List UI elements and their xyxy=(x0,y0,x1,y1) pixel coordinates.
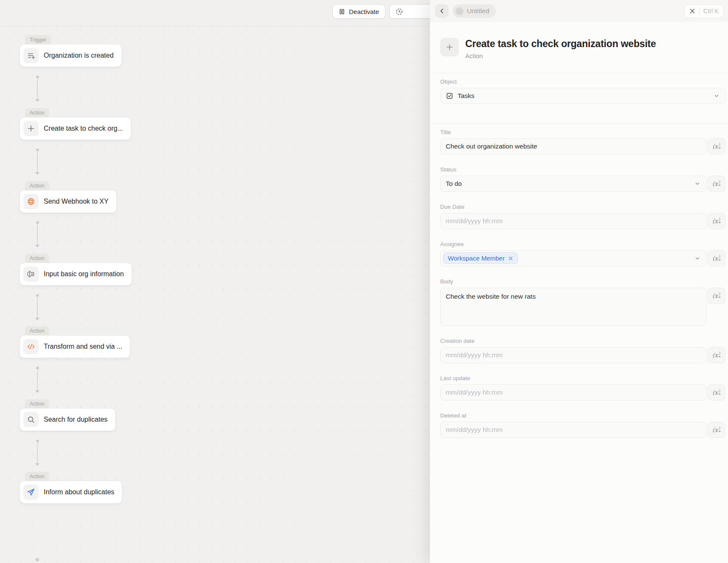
close-icon xyxy=(689,8,695,14)
body-textarea[interactable]: Check the website for new rats xyxy=(440,288,706,326)
task-checkbox-icon xyxy=(446,92,453,100)
fields-section: Title (x )+ Status To do xyxy=(430,124,728,438)
node-card-create-task[interactable]: Create task to check org... xyxy=(20,117,131,140)
variable-icon: (x xyxy=(712,352,718,359)
due-date-input[interactable] xyxy=(440,213,706,229)
node-label: Organization is created xyxy=(44,52,114,59)
connector-arrow xyxy=(34,440,40,466)
node-card-input-info[interactable]: Input basic org information xyxy=(20,263,132,286)
status-label: Status xyxy=(440,166,725,173)
assignee-row: Assignee Workspace Member xyxy=(440,241,725,266)
title-row: Title (x )+ xyxy=(440,129,725,154)
input-field-icon xyxy=(23,266,39,282)
playlist-add-icon xyxy=(23,48,39,63)
creation-date-row: Creation date (x )+ xyxy=(440,338,725,363)
code-icon xyxy=(23,339,39,354)
panel-subtitle: Action xyxy=(465,52,656,59)
insert-variable-button[interactable]: (x )+ xyxy=(708,176,725,192)
node-label: Input basic org information xyxy=(44,270,124,278)
last-update-row: Last update (x )+ xyxy=(440,375,725,401)
variable-icon: (x xyxy=(712,292,718,299)
chevron-down-icon xyxy=(713,92,720,99)
insert-variable-button[interactable]: (x )+ xyxy=(708,347,725,363)
status-dash-icon: - xyxy=(455,7,464,15)
deleted-at-label: Deleted at xyxy=(440,412,725,419)
deleted-at-row: Deleted at (x )+ xyxy=(440,412,725,438)
panel-header: Create task to check organization websit… xyxy=(430,22,728,59)
variable-icon: (x xyxy=(712,143,718,150)
variable-plus: + xyxy=(718,221,721,224)
search-icon xyxy=(23,412,39,427)
assignee-label: Assignee xyxy=(440,241,725,247)
status-row: Status To do (x )+ xyxy=(440,166,725,192)
workflow-node: Action Inform about duplicates xyxy=(20,472,122,504)
variable-icon: (x xyxy=(712,255,718,262)
panel-title: Create task to check organization websit… xyxy=(465,38,656,50)
connector-arrow xyxy=(34,294,40,320)
node-label: Create task to check org... xyxy=(44,125,123,132)
close-panel-button[interactable]: Ctrl K xyxy=(684,4,724,18)
back-button[interactable] xyxy=(435,4,449,18)
creation-date-label: Creation date xyxy=(440,338,725,344)
insert-variable-button[interactable]: (x )+ xyxy=(708,213,725,229)
chevron-left-icon xyxy=(438,8,445,14)
status-select[interactable]: To do xyxy=(440,176,706,192)
shortcut-divider xyxy=(699,8,700,14)
last-update-input[interactable] xyxy=(440,384,706,401)
workflow-name: Untitled xyxy=(467,7,489,15)
workflow-name-pill[interactable]: - Untitled xyxy=(453,4,496,18)
deactivate-label: Deactivate xyxy=(349,8,379,15)
object-label: Object xyxy=(440,78,725,85)
plus-icon xyxy=(23,121,39,136)
deleted-at-input[interactable] xyxy=(440,422,706,438)
assignee-select[interactable]: Workspace Member xyxy=(440,250,706,266)
variable-plus: + xyxy=(718,296,721,299)
connector-arrow xyxy=(34,367,40,393)
insert-variable-button[interactable]: (x )+ xyxy=(708,384,725,401)
insert-variable-button[interactable]: (x )+ xyxy=(708,422,725,438)
node-label: Search for duplicates xyxy=(44,416,107,423)
insert-variable-button[interactable]: (x )+ xyxy=(708,138,725,154)
creation-date-input[interactable] xyxy=(440,347,706,363)
workflow-node: Action Create task to check org... xyxy=(20,108,131,140)
workflow-node: Trigger Organization is created xyxy=(20,35,122,67)
variable-icon: (x xyxy=(712,426,718,433)
remove-assignee-icon[interactable] xyxy=(508,256,513,261)
assignee-chip-label: Workspace Member xyxy=(448,255,505,262)
status-value: To do xyxy=(446,180,462,188)
panel-top-bar: - Untitled Ctrl K xyxy=(430,0,728,22)
deactivate-button[interactable]: Deactivate xyxy=(332,4,385,19)
due-date-row: Due Date (x )+ xyxy=(440,204,725,229)
object-section: Object Tasks xyxy=(430,73,728,123)
variable-plus: + xyxy=(718,392,721,395)
insert-variable-button[interactable]: (x )+ xyxy=(708,250,725,266)
variable-icon: (x xyxy=(712,218,718,224)
node-label: Transform and send via ... xyxy=(44,343,122,350)
title-input[interactable] xyxy=(440,138,706,154)
pause-icon xyxy=(339,8,345,15)
node-card-transform[interactable]: Transform and send via ... xyxy=(20,335,130,358)
workflow-node: Action Send Webhook to XY xyxy=(20,181,117,213)
insert-variable-button[interactable]: (x )+ xyxy=(708,288,725,304)
node-card-webhook[interactable]: Send Webhook to XY xyxy=(20,190,117,213)
variable-plus: + xyxy=(718,258,721,261)
connector-arrow xyxy=(34,148,40,175)
node-label: Inform about duplicates xyxy=(44,488,114,496)
variable-icon: (x xyxy=(712,180,718,187)
node-card-inform-duplicates[interactable]: Inform about duplicates xyxy=(20,481,122,504)
workflow-node: Action Search for duplicates xyxy=(20,399,115,431)
clock-dashed-icon xyxy=(396,8,403,15)
variable-icon: (x xyxy=(712,389,718,396)
globe-icon xyxy=(23,194,39,209)
object-select[interactable]: Tasks xyxy=(440,88,725,104)
plus-icon xyxy=(440,38,459,56)
send-icon xyxy=(23,485,39,500)
object-value: Tasks xyxy=(458,92,475,100)
node-card-trigger[interactable]: Organization is created xyxy=(20,44,122,67)
connector-arrow xyxy=(34,221,40,247)
node-card-search-duplicates[interactable]: Search for duplicates xyxy=(20,408,115,431)
assignee-chip[interactable]: Workspace Member xyxy=(443,252,518,264)
connector-arrow xyxy=(34,76,40,102)
chevron-down-icon xyxy=(694,180,701,187)
last-update-label: Last update xyxy=(440,375,725,381)
